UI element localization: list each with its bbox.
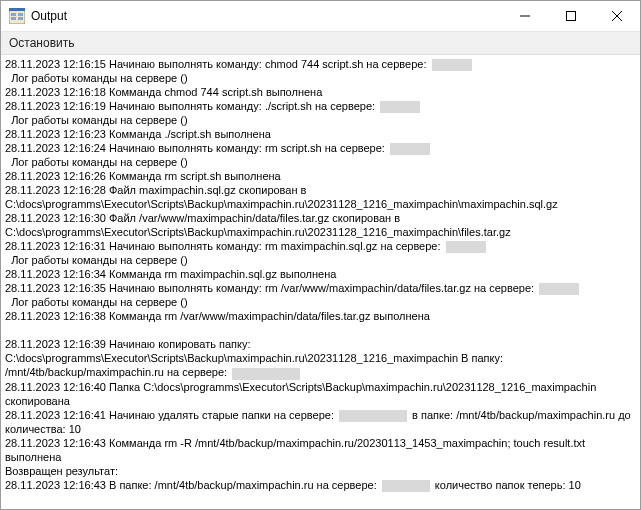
content-area: 28.11.2023 12:16:15 Начинаю выполнять ко… — [1, 55, 640, 509]
log-text: количество папок теперь: 10 — [432, 479, 581, 491]
app-icon — [9, 8, 25, 24]
log-line: Лог работы команды на сервере () — [5, 253, 636, 267]
log-textbox[interactable]: 28.11.2023 12:16:15 Начинаю выполнять ко… — [5, 57, 636, 507]
log-text: 28.11.2023 12:16:38 Комманда rm /var/www… — [5, 310, 430, 322]
log-text: 28.11.2023 12:16:23 Комманда ./script.sh… — [5, 128, 271, 140]
log-line: 28.11.2023 12:16:38 Комманда rm /var/www… — [5, 309, 636, 323]
redacted-host — [232, 368, 300, 380]
log-line: 28.11.2023 12:16:23 Комманда ./script.sh… — [5, 127, 636, 141]
log-text: 28.11.2023 12:16:28 Файл maximpachin.sql… — [5, 184, 558, 210]
log-line: 28.11.2023 12:16:43 Комманда rm -R /mnt/… — [5, 436, 636, 464]
log-text: 28.11.2023 12:16:43 Комманда rm -R /mnt/… — [5, 437, 588, 463]
svg-rect-7 — [567, 12, 576, 21]
svg-rect-2 — [11, 13, 16, 16]
svg-rect-6 — [520, 16, 530, 17]
log-text: 28.11.2023 12:16:34 Комманда rm maximpac… — [5, 268, 336, 280]
log-text: 28.11.2023 12:16:40 Папка C:\docs\progra… — [5, 381, 599, 407]
log-line: Возвращен результат: — [5, 464, 636, 478]
log-line: 28.11.2023 12:16:43 В папке: /mnt/4tb/ba… — [5, 478, 636, 492]
redacted-host — [539, 283, 579, 295]
log-line: 28.11.2023 12:16:19 Начинаю выполнять ко… — [5, 99, 636, 113]
log-blank-line — [5, 323, 636, 337]
minimize-button[interactable] — [502, 1, 548, 31]
window-title: Output — [31, 9, 502, 23]
log-line: 28.11.2023 12:16:15 Начинаю выполнять ко… — [5, 57, 636, 71]
window-frame: Output Остановить 28.11.2023 12:16:15 На… — [0, 0, 641, 510]
log-line: 28.11.2023 12:16:30 Файл /var/www/maximp… — [5, 211, 636, 239]
log-line: 28.11.2023 12:16:28 Файл maximpachin.sql… — [5, 183, 636, 211]
svg-rect-3 — [11, 17, 16, 20]
log-blank-line — [5, 506, 636, 507]
log-text: 28.11.2023 12:16:30 Файл /var/www/maximp… — [5, 212, 511, 238]
log-line: Лог работы команды на сервере () — [5, 295, 636, 309]
redacted-host — [380, 101, 420, 113]
log-text: Лог работы команды на сервере () — [5, 296, 188, 308]
log-text: 28.11.2023 12:16:26 Комманда rm script.s… — [5, 170, 281, 182]
menu-bar: Остановить — [1, 32, 640, 55]
log-text: 28.11.2023 12:16:15 Начинаю выполнять ко… — [5, 58, 430, 70]
redacted-host — [446, 241, 486, 253]
log-text: 28.11.2023 12:16:35 Начинаю выполнять ко… — [5, 282, 537, 294]
log-line: 28.11.2023 12:16:31 Начинаю выполнять ко… — [5, 239, 636, 253]
maximize-button[interactable] — [548, 1, 594, 31]
log-text: 28.11.2023 12:16:43 В папке: /mnt/4tb/ba… — [5, 479, 380, 491]
window-controls — [502, 1, 640, 31]
log-line: Лог работы команды на сервере () — [5, 71, 636, 85]
log-line: 28.11.2023 12:16:41 Начинаю удалять стар… — [5, 408, 636, 436]
log-line: 28.11.2023 12:16:35 Начинаю выполнять ко… — [5, 281, 636, 295]
log-text: Лог работы команды на сервере () — [5, 72, 188, 84]
log-text: Лог работы команды на сервере () — [5, 254, 188, 266]
log-line: 28.11.2023 12:16:18 Комманда chmod 744 s… — [5, 85, 636, 99]
redacted-host — [390, 143, 430, 155]
log-text: 28.11.2023 12:16:18 Комманда chmod 744 s… — [5, 86, 322, 98]
log-line: Лог работы команды на сервере () — [5, 155, 636, 169]
svg-rect-1 — [9, 8, 25, 11]
log-text: Возвращен результат: — [5, 465, 121, 477]
log-line: Лог работы команды на сервере () — [5, 113, 636, 127]
log-line: 28.11.2023 12:16:40 Папка C:\docs\progra… — [5, 380, 636, 408]
log-text: Лог работы команды на сервере () — [5, 114, 188, 126]
log-text: 28.11.2023 12:16:19 Начинаю выполнять ко… — [5, 100, 378, 112]
log-line: 28.11.2023 12:16:34 Комманда rm maximpac… — [5, 267, 636, 281]
close-button[interactable] — [594, 1, 640, 31]
redacted-host — [432, 59, 472, 71]
log-line: 28.11.2023 12:16:26 Комманда rm script.s… — [5, 169, 636, 183]
log-text: 28.11.2023 12:16:24 Начинаю выполнять ко… — [5, 142, 388, 154]
redacted-host — [382, 480, 430, 492]
log-text: 28.11.2023 12:16:31 Начинаю выполнять ко… — [5, 240, 444, 252]
redacted-host — [339, 410, 407, 422]
svg-rect-5 — [18, 17, 23, 20]
menu-stop[interactable]: Остановить — [1, 32, 83, 54]
log-line: 28.11.2023 12:16:24 Начинаю выполнять ко… — [5, 141, 636, 155]
title-bar[interactable]: Output — [1, 1, 640, 32]
log-text: Лог работы команды на сервере () — [5, 156, 188, 168]
svg-rect-4 — [18, 13, 23, 16]
log-line: 28.11.2023 12:16:39 Начинаю копировать п… — [5, 337, 636, 379]
log-text: 28.11.2023 12:16:41 Начинаю удалять стар… — [5, 409, 337, 421]
log-blank-line — [5, 492, 636, 506]
